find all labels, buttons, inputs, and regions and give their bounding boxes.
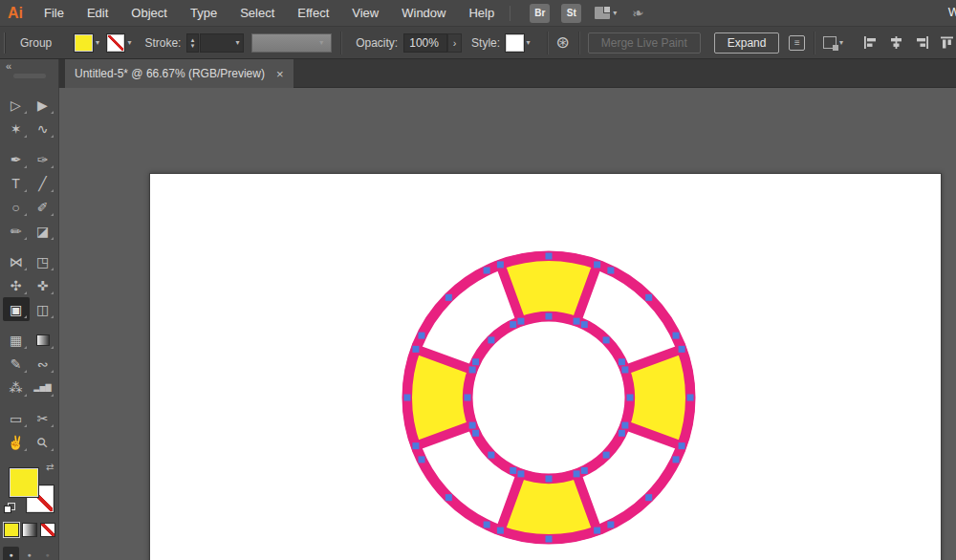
isolate-object-icon[interactable] (823, 36, 836, 49)
live-paint-bucket-tool[interactable]: ▣ (3, 297, 30, 321)
line-segment-tool[interactable]: ╱ (30, 171, 56, 195)
menu-item-effect[interactable]: Effect (286, 0, 340, 26)
artboard-tool[interactable]: ▭ (3, 406, 30, 430)
separator (340, 32, 341, 54)
zoom-icon: ⚲ (33, 433, 52, 451)
chevron-down-icon[interactable]: ▾ (96, 38, 99, 47)
puppet-warp-tool[interactable]: ✜ (30, 273, 56, 297)
width-icon: ✣ (11, 278, 22, 293)
menu-item-select[interactable]: Select (228, 0, 286, 26)
workspace-layout-icon (595, 7, 610, 19)
workspace-label-truncated: W (948, 5, 956, 19)
menubar-divider (510, 6, 511, 21)
reflect-icon: ⋈ (10, 254, 23, 269)
slice-tool[interactable]: ✂ (30, 406, 56, 430)
expand-button[interactable]: Expand (714, 32, 780, 54)
panel-drag-grip[interactable] (13, 74, 46, 78)
workspace-switcher[interactable]: ▾ (595, 7, 617, 19)
column-graph-tool[interactable]: ▂▅▇ (30, 376, 56, 399)
reflect-tool[interactable]: ⋈ (3, 249, 30, 273)
color-mode-row (4, 523, 55, 537)
fill-color-swatch[interactable] (75, 34, 93, 52)
collapse-panel-icon[interactable]: « (6, 60, 11, 72)
opacity-options-button[interactable]: › (447, 33, 462, 53)
tools-grid: ▷▶✶∿✒✑T╱○✐✏◪⋈◳✣✜▣◫▦✎∾⁂▂▅▇▭✂✌⚲ (3, 93, 56, 454)
eraser-icon: ◪ (36, 224, 49, 239)
drawing-modes-row: ● ● ● (3, 547, 55, 560)
close-icon[interactable]: × (276, 67, 284, 81)
stroke-label: Stroke: (144, 36, 181, 50)
paintbrush-tool[interactable]: ✐ (30, 195, 56, 219)
shaper-tool[interactable]: ✏ (3, 219, 30, 243)
menu-item-window[interactable]: Window (390, 0, 457, 26)
magic-wand-tool[interactable]: ✶ (3, 117, 30, 140)
menu-item-file[interactable]: File (33, 0, 76, 26)
draw-normal-button[interactable]: ● (3, 547, 19, 560)
menu-item-help[interactable]: Help (457, 0, 506, 26)
menu-bar: Ai FileEditObjectTypeSelectEffectViewWin… (0, 0, 956, 27)
horizontal-align-center-button[interactable] (888, 35, 904, 50)
zoom-tool[interactable]: ⚲ (30, 430, 56, 454)
vertical-align-top-button[interactable] (940, 35, 956, 50)
selection-tool[interactable]: ▷ (3, 93, 30, 117)
color-button[interactable] (4, 523, 19, 537)
graphic-style-swatch[interactable] (506, 34, 524, 52)
control-bar: Group ▾ ▾ Stroke: ▴▾ ▾ ▾ Opacity: › Styl… (0, 27, 956, 59)
menu-item-view[interactable]: View (340, 0, 390, 26)
artboard-icon: ▭ (10, 411, 22, 426)
stock-button[interactable]: St (561, 4, 581, 23)
lifebuoy-artwork[interactable] (150, 174, 943, 560)
stroke-weight-stepper[interactable]: ▴▾ (186, 33, 198, 53)
live-paint-selection-tool[interactable]: ◫ (30, 297, 56, 321)
eyedropper-icon: ✎ (11, 356, 22, 372)
ellipse-tool[interactable]: ○ (3, 195, 30, 219)
horizontal-align-left-button[interactable] (862, 35, 879, 50)
fill-swatch[interactable] (10, 468, 38, 497)
curvature-tool[interactable]: ✑ (30, 147, 56, 171)
chevron-down-icon: ▾ (613, 9, 617, 17)
gradient-button[interactable] (22, 523, 37, 537)
default-fill-stroke-icon[interactable] (4, 502, 17, 513)
eyedropper-tool[interactable]: ✎ (3, 352, 30, 376)
chevron-down-icon[interactable]: ▾ (127, 38, 131, 47)
free-transform-icon: ◳ (36, 254, 49, 269)
menu-item-type[interactable]: Type (179, 0, 228, 26)
stroke-color-swatch[interactable] (107, 34, 125, 52)
menu-item-edit[interactable]: Edit (76, 0, 120, 26)
symbol-sprayer-tool[interactable]: ⁂ (3, 376, 30, 399)
bridge-button[interactable]: Br (530, 4, 550, 23)
chevron-down-icon[interactable]: ▾ (527, 38, 531, 47)
recolor-artwork-icon[interactable]: ⊛ (556, 32, 570, 53)
type-tool[interactable]: T (3, 171, 30, 195)
mesh-icon: ▦ (10, 333, 22, 348)
paintbrush-icon: ✐ (37, 200, 49, 215)
free-transform-tool[interactable]: ◳ (30, 249, 56, 273)
blend-tool[interactable]: ∾ (30, 352, 56, 376)
hand-tool[interactable]: ✌ (3, 430, 30, 454)
pen-tool[interactable]: ✒ (3, 147, 30, 171)
document-tab[interactable]: Untitled-5* @ 66.67% (RGB/Preview) × (65, 59, 293, 88)
swap-fill-stroke-icon[interactable]: ⇄ (46, 462, 54, 472)
options-list-icon[interactable]: ≡ (789, 35, 805, 51)
toolbar-panel-header: « (0, 59, 59, 88)
horizontal-align-right-button[interactable] (914, 35, 930, 50)
canvas-pasteboard[interactable] (59, 88, 956, 560)
none-button[interactable] (40, 523, 55, 537)
sync-settings-icon[interactable]: ❧ (631, 4, 646, 23)
direct-selection-tool[interactable]: ▶ (30, 93, 56, 117)
draw-behind-button[interactable]: ● (21, 547, 37, 560)
width-tool[interactable]: ✣ (3, 273, 30, 297)
selection-icon: ▷ (11, 97, 21, 113)
stroke-weight-dropdown[interactable]: ▾ (200, 33, 244, 53)
document-tab-bar: « Untitled-5* @ 66.67% (RGB/Preview) × (0, 59, 956, 88)
lasso-tool[interactable]: ∿ (30, 117, 56, 140)
width-profile-dropdown[interactable]: ▾ (251, 33, 333, 53)
opacity-input[interactable] (403, 33, 447, 53)
artboard[interactable] (149, 173, 942, 560)
menu-item-object[interactable]: Object (120, 0, 179, 26)
document-tab-title: Untitled-5* @ 66.67% (RGB/Preview) (75, 67, 265, 80)
eraser-tool[interactable]: ◪ (30, 219, 56, 243)
mesh-tool[interactable]: ▦ (3, 328, 30, 352)
gradient-tool[interactable] (30, 328, 56, 352)
chevron-down-icon[interactable]: ▾ (839, 38, 843, 47)
